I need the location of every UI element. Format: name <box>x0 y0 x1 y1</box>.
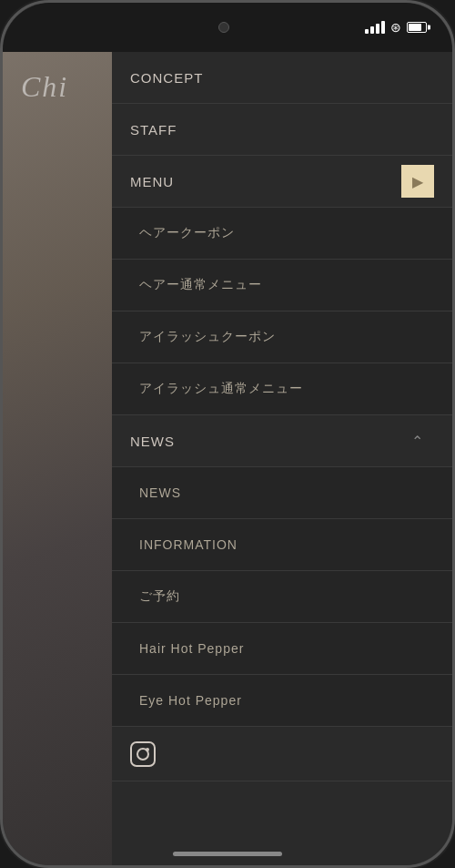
nav-item-information-label: INFORMATION <box>139 537 238 552</box>
nav-item-concept[interactable]: CONCEPT <box>112 52 452 104</box>
background-overlay <box>3 52 121 865</box>
nav-item-eye-hot-pepper-label: Eye Hot Pepper <box>139 693 242 708</box>
signal-bar-3 <box>376 24 379 34</box>
nav-item-hair-normal[interactable]: ヘアー通常メニュー <box>112 260 452 311</box>
nav-item-eye-hot-pepper[interactable]: Eye Hot Pepper <box>112 675 452 727</box>
instagram-icon[interactable] <box>130 741 156 767</box>
home-indicator[interactable] <box>173 852 282 856</box>
nav-item-eyelash-coupon[interactable]: アイラッシュクーポン <box>112 311 452 363</box>
nav-item-staff-label: STAFF <box>130 122 177 138</box>
nav-item-hair-coupon[interactable]: ヘアークーポン <box>112 208 452 260</box>
signal-bar-2 <box>370 26 374 34</box>
nav-item-menu[interactable]: MENU ▶ <box>112 156 452 208</box>
nav-item-news-sub[interactable]: NEWS <box>112 467 452 519</box>
signal-bar-4 <box>381 21 385 34</box>
content-area: Chi CONCEPT STAFF MENU ▶ <box>3 52 452 865</box>
nav-item-hair-normal-label: ヘアー通常メニュー <box>139 277 262 293</box>
wifi-icon: ⊛ <box>390 20 401 35</box>
camera-dot <box>218 22 229 33</box>
status-bar-right: ⊛ <box>365 20 427 35</box>
nav-item-news-sub-label: NEWS <box>139 485 181 500</box>
social-instagram-row[interactable] <box>112 727 452 781</box>
signal-icon <box>365 21 385 34</box>
phone-frame: ⊛ Chi CONCEPT STAFF <box>0 0 455 868</box>
nav-item-eyelash-coupon-label: アイラッシュクーポン <box>139 329 276 345</box>
status-bar-center <box>218 22 229 33</box>
status-bar: ⊛ <box>3 3 452 52</box>
nav-item-hair-hot-pepper[interactable]: Hair Hot Pepper <box>112 623 452 675</box>
news-collapse-indicator[interactable]: ⌃ <box>401 424 434 457</box>
signal-bar-1 <box>365 29 369 34</box>
salon-logo: Chi <box>21 70 68 104</box>
nav-item-hair-hot-pepper-label: Hair Hot Pepper <box>139 641 244 656</box>
nav-item-staff[interactable]: STAFF <box>112 104 452 156</box>
nav-item-reservation-label: ご予約 <box>139 588 180 605</box>
nav-item-menu-label: MENU <box>130 174 174 189</box>
nav-item-concept-label: CONCEPT <box>130 70 203 86</box>
nav-item-information[interactable]: INFORMATION <box>112 519 452 571</box>
phone-screen: ⊛ Chi CONCEPT STAFF <box>3 3 452 865</box>
nav-item-eyelash-normal[interactable]: アイラッシュ通常メニュー <box>112 363 452 415</box>
news-collapse-icon: ⌃ <box>411 433 424 450</box>
nav-item-news[interactable]: NEWS ⌃ <box>112 415 452 467</box>
nav-item-news-label: NEWS <box>130 434 175 449</box>
nav-item-eyelash-normal-label: アイラッシュ通常メニュー <box>139 381 303 397</box>
menu-expand-indicator[interactable]: ▶ <box>401 165 434 198</box>
battery-fill <box>409 24 421 31</box>
nav-item-hair-coupon-label: ヘアークーポン <box>139 225 235 241</box>
battery-icon <box>407 22 427 33</box>
menu-expand-icon: ▶ <box>412 173 424 190</box>
nav-item-reservation[interactable]: ご予約 <box>112 571 452 623</box>
navigation-menu: CONCEPT STAFF MENU ▶ ヘアークーポン <box>112 52 452 865</box>
